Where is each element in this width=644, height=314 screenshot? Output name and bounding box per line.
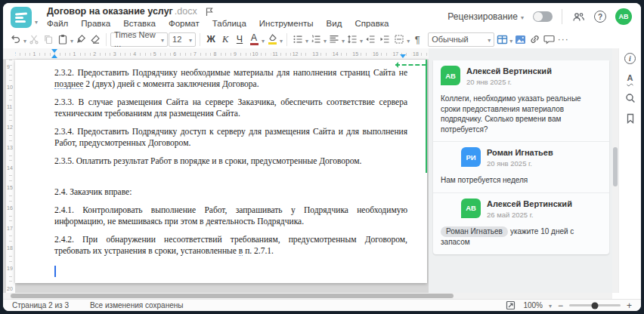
first-line-indent-marker[interactable] (51, 49, 57, 53)
paste-button[interactable] (56, 32, 70, 47)
clear-style-eraser-button[interactable] (88, 32, 102, 47)
insert-table-button[interactable] (495, 32, 509, 47)
page-counter[interactable]: Страница 2 из 3 (12, 301, 69, 309)
text-run: 2.4.2. При обнаружении несоответствий тр… (54, 235, 407, 255)
copy-button[interactable] (42, 32, 55, 47)
align-caret-icon[interactable] (342, 32, 345, 46)
document-info-icon[interactable] (624, 53, 636, 64)
bullet-list-caret-icon[interactable] (305, 32, 308, 46)
horizontal-ruler[interactable]: 12123456789101112131415161718 (3, 48, 429, 60)
menu-item[interactable]: Справка (355, 19, 389, 28)
ruler-number: 4 (132, 51, 138, 57)
menu-item[interactable]: Вставка (123, 19, 156, 28)
horizontal-scrollbar-thumb[interactable] (11, 294, 454, 298)
paragraph[interactable]: 2.4.1. Контролировать выполнение Работ, … (54, 205, 407, 227)
paragraph-borders-caret-icon[interactable] (407, 32, 410, 46)
undo-caret-icon[interactable] (23, 32, 26, 46)
menu-item[interactable]: Правка (81, 19, 110, 28)
paragraph-style-select[interactable]: Обычный (428, 32, 494, 47)
show-paragraph-marks-button[interactable]: ¶ (410, 32, 424, 47)
favorite-flag-icon[interactable] (205, 7, 214, 17)
paste-caret-icon[interactable] (70, 32, 73, 46)
font-size-select[interactable]: 12 (169, 32, 196, 47)
numbered-list-caret-icon[interactable] (324, 32, 327, 46)
line-spacing-button[interactable] (345, 32, 359, 47)
comment-thread[interactable]: АВАлексей Вертинский20 янв 2025 г.Коллег… (433, 60, 609, 254)
underline-button[interactable]: Ч (233, 32, 246, 47)
undo-button[interactable] (9, 32, 23, 47)
zoom-slider[interactable] (569, 304, 621, 306)
right-indent-marker[interactable] (400, 54, 406, 58)
menu-item[interactable]: Формат (169, 19, 200, 28)
comment-reply[interactable]: РИРоман Игнатьев20 янв 2025 г.Нам потреб… (433, 141, 609, 192)
table-caret-icon[interactable] (509, 32, 512, 46)
font-color-button[interactable]: А (247, 32, 261, 47)
cut-button[interactable] (27, 32, 41, 47)
comment[interactable]: АВАлексей Вертинский20 янв 2025 г.Коллег… (433, 60, 609, 141)
vertical-scrollbar[interactable] (612, 48, 618, 293)
line-spacing-caret-icon[interactable] (360, 32, 363, 46)
highlight-caret-icon[interactable] (280, 32, 283, 46)
ruler-number: 8 (212, 51, 218, 57)
app-logo-icon[interactable] (11, 7, 32, 28)
text-run: 2.3.3. В случае размещения Сайта на серв… (54, 97, 407, 118)
bold-button[interactable]: Ж (204, 32, 218, 47)
comment-button[interactable] (542, 32, 556, 47)
document-text[interactable]: 2.3.2. Предоставить Подрядчику необходим… (54, 60, 407, 263)
zoom-caret-icon[interactable] (549, 301, 552, 309)
vertical-scrollbar-thumb[interactable] (613, 147, 618, 186)
menu-item[interactable]: Таблица (212, 19, 246, 28)
menu-item[interactable]: Файл (47, 19, 68, 28)
insert-link-button[interactable] (528, 32, 541, 47)
zoom-in-button[interactable] (627, 300, 632, 311)
collaboration-users-icon[interactable] (571, 9, 585, 24)
numbered-list-button[interactable] (309, 32, 323, 47)
menu-item[interactable]: Вид (327, 19, 342, 28)
paragraph[interactable]: 2.3.4. Предоставить Подрядчику доступ к … (54, 126, 407, 149)
logo-dropdown-caret-icon[interactable] (35, 14, 38, 27)
ruler-number: 13 (7, 143, 13, 151)
comment-avatar: РИ (461, 147, 481, 167)
mention-chip[interactable]: Роман Игнатьев (441, 226, 508, 238)
document-page[interactable]: 2.3.2. Предоставить Подрядчику необходим… (15, 60, 427, 283)
bullet-list-button[interactable] (291, 32, 305, 47)
comment-reply[interactable]: АВАлексей Вертинский26 май 2025 г.Роман … (433, 192, 609, 254)
ruler-number: 9 (7, 63, 10, 71)
ruler-number: 12 (7, 123, 13, 131)
left-indent-marker[interactable] (51, 54, 57, 58)
fit-page-button[interactable] (503, 298, 517, 312)
more-tools-button[interactable]: ··· (556, 32, 570, 47)
paragraph[interactable]: 2.3.2. Предоставить Подрядчику необходим… (54, 67, 407, 90)
comment-date: 20 янв 2025 г. (487, 159, 553, 168)
review-mode-selector[interactable]: Рецензирование (447, 11, 524, 22)
menu-item[interactable]: Инструменты (259, 19, 314, 28)
review-toggle[interactable] (533, 11, 553, 22)
align-left-button[interactable] (327, 32, 341, 47)
document-title: Договор на оказание услуг (47, 6, 173, 17)
font-family-select[interactable]: Times New ... (110, 32, 168, 47)
italic-button[interactable]: К (218, 32, 232, 47)
zoom-slider-knob[interactable] (591, 302, 598, 309)
paragraph[interactable]: 2.4. Заказчик вправе: (54, 186, 407, 198)
format-painter-button[interactable] (74, 32, 88, 47)
user-avatar[interactable]: АВ (615, 8, 632, 25)
increase-indent-button[interactable] (378, 32, 392, 47)
bookmark-icon[interactable] (624, 112, 637, 125)
paragraph[interactable]: 2.3.3. В случае размещения Сайта на серв… (54, 97, 407, 119)
paragraph[interactable]: 2.4.2. При обнаружении несоответствий тр… (54, 234, 407, 257)
zoom-value[interactable]: 100% (523, 301, 543, 309)
paragraph-borders-button[interactable] (392, 32, 406, 47)
font-color-caret-icon[interactable] (262, 32, 265, 46)
help-icon[interactable] (594, 11, 606, 23)
insert-image-button[interactable] (513, 32, 527, 47)
spellcheck-icon[interactable] (624, 71, 637, 85)
search-icon[interactable] (624, 91, 637, 105)
main-area: 12123456789101112131415161718 9101112131… (3, 48, 641, 293)
paragraph[interactable]: 2.3.5. Оплатить результат Работ в порядк… (54, 155, 407, 167)
text-run: 2.4.1. Контролировать выполнение Работ, … (54, 205, 407, 226)
zoom-out-button[interactable] (558, 300, 563, 311)
vertical-ruler[interactable]: 91011121314151617181920 (6, 60, 15, 293)
ruler-number: 17 (391, 51, 400, 57)
highlight-color-button[interactable] (265, 32, 279, 47)
decrease-indent-button[interactable] (364, 32, 377, 47)
